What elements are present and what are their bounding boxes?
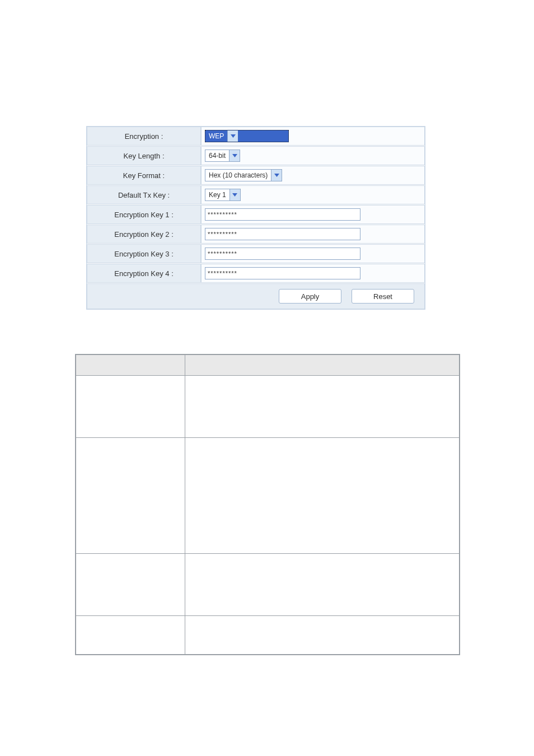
encryption-select-value: WEP (205, 132, 227, 140)
key2-value: ********** (208, 231, 237, 237)
row-key-format: Key Format : Hex (10 characters) (87, 166, 425, 185)
key3-input[interactable]: ********** (205, 248, 360, 260)
default-tx-select-value: Key 1 (205, 191, 229, 199)
key4-value: ********** (208, 270, 237, 277)
label-encryption: Encryption : (87, 127, 201, 146)
key4-input[interactable]: ********** (205, 267, 360, 279)
chevron-down-icon (271, 170, 282, 181)
chevron-down-icon (229, 150, 240, 161)
reset-button[interactable]: Reset (352, 289, 414, 304)
table-row (76, 616, 460, 655)
field-key2: ********** (201, 225, 425, 244)
page: Encryption : WEP Key Length : 64-bit (0, 0, 534, 756)
key1-value: ********** (208, 211, 237, 218)
table-header-row (76, 354, 460, 376)
label-key1: Encryption Key 1 : (87, 205, 201, 224)
table-row (76, 376, 460, 438)
field-key1: ********** (201, 205, 425, 224)
key-format-select-value: Hex (10 characters) (205, 171, 271, 179)
table-cell (76, 438, 185, 554)
label-key2: Encryption Key 2 : (87, 225, 201, 244)
field-default-tx: Key 1 (201, 185, 425, 204)
label-key4: Encryption Key 4 : (87, 264, 201, 283)
wep-config-panel: Encryption : WEP Key Length : 64-bit (86, 126, 425, 310)
key2-input[interactable]: ********** (205, 228, 360, 240)
field-encryption: WEP (201, 127, 425, 146)
chevron-down-icon (227, 130, 238, 142)
label-default-tx: Default Tx Key : (87, 185, 201, 204)
label-key-length: Key Length : (87, 146, 201, 165)
chevron-down-icon (229, 189, 240, 200)
row-key2: Encryption Key 2 : ********** (87, 225, 425, 244)
table-cell (185, 554, 460, 616)
table-cell (185, 438, 460, 554)
field-key-format: Hex (10 characters) (201, 166, 425, 185)
row-key1: Encryption Key 1 : ********** (87, 205, 425, 224)
row-default-tx: Default Tx Key : Key 1 (87, 185, 425, 204)
table-row (76, 554, 460, 616)
apply-button[interactable]: Apply (279, 289, 341, 304)
encryption-select[interactable]: WEP (205, 130, 289, 142)
info-table (75, 354, 460, 655)
label-key3: Encryption Key 3 : (87, 244, 201, 263)
field-key4: ********** (201, 264, 425, 283)
field-key-length: 64-bit (201, 146, 425, 165)
table-header-cell (76, 354, 185, 376)
table-cell (76, 616, 185, 655)
table-cell (76, 554, 185, 616)
row-key-length: Key Length : 64-bit (87, 146, 425, 165)
table-row (76, 438, 460, 554)
key-length-select[interactable]: 64-bit (205, 150, 240, 162)
key1-input[interactable]: ********** (205, 208, 360, 221)
field-key3: ********** (201, 244, 425, 263)
table-cell (185, 376, 460, 438)
key-format-select[interactable]: Hex (10 characters) (205, 169, 282, 181)
default-tx-select[interactable]: Key 1 (205, 189, 241, 201)
button-row: Apply Reset (87, 283, 425, 309)
row-key4: Encryption Key 4 : ********** (87, 264, 425, 283)
table-cell (185, 616, 460, 655)
table-header-cell (185, 354, 460, 376)
row-encryption: Encryption : WEP (87, 127, 425, 146)
label-key-format: Key Format : (87, 166, 201, 185)
key-length-select-value: 64-bit (205, 152, 229, 160)
key3-value: ********** (208, 250, 237, 257)
row-key3: Encryption Key 3 : ********** (87, 244, 425, 263)
table-cell (76, 376, 185, 438)
